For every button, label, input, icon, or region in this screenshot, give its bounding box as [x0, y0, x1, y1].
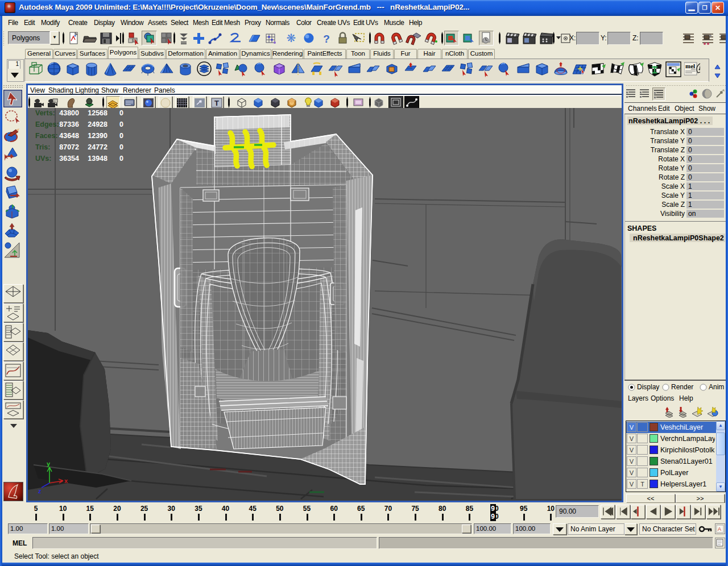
- svg-text:Edges:: Edges:: [35, 120, 59, 128]
- svg-text:Faces:: Faces:: [35, 132, 58, 140]
- svg-text:z: z: [38, 488, 42, 494]
- svg-text:0: 0: [119, 132, 123, 140]
- svg-text:0: 0: [119, 143, 123, 151]
- svg-text:87336: 87336: [59, 120, 79, 128]
- svg-text:Tris:: Tris:: [35, 143, 50, 151]
- svg-text:24928: 24928: [88, 120, 107, 128]
- svg-text:0: 0: [119, 109, 123, 117]
- svg-text:UVs:: UVs:: [35, 155, 51, 163]
- svg-text:Verts:: Verts:: [35, 109, 55, 117]
- svg-text:0: 0: [119, 155, 123, 163]
- svg-text:12390: 12390: [88, 132, 107, 140]
- svg-text:❋: ❋: [287, 32, 296, 44]
- svg-text:12568: 12568: [88, 109, 107, 117]
- svg-text:mel: mel: [685, 63, 695, 69]
- svg-text:y: y: [47, 460, 51, 467]
- svg-text:13948: 13948: [88, 155, 107, 163]
- svg-text:87072: 87072: [59, 143, 79, 151]
- svg-text:36354: 36354: [59, 155, 79, 163]
- svg-text:x: x: [64, 477, 68, 484]
- svg-text:43800: 43800: [59, 109, 79, 117]
- svg-text:24772: 24772: [88, 143, 107, 151]
- svg-text:0: 0: [119, 120, 123, 128]
- svg-text:T: T: [214, 99, 219, 107]
- svg-text:A: A: [718, 526, 721, 532]
- svg-text:?: ?: [323, 33, 330, 45]
- svg-text:43648: 43648: [59, 132, 79, 140]
